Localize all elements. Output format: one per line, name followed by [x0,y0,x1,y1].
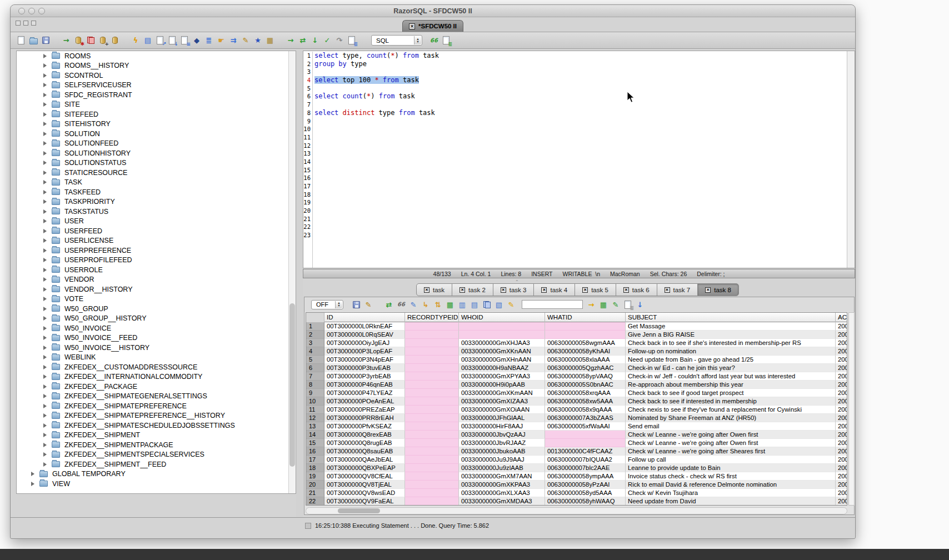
grid-header-whoid[interactable]: WHOID [459,313,545,322]
grid-cell[interactable]: Follow-up on nomination [626,347,836,356]
grid-header-id[interactable]: ID [324,313,405,322]
row-number-cell[interactable]: 7 [306,372,324,381]
grid-cell[interactable]: 0033000000GmXHJAA3 [459,339,545,347]
table-row[interactable]: 500T3000000P3N4pEAF0033000000GmXHnAAN006… [306,356,847,364]
result-tab-task-6[interactable]: ✕task 6 [616,283,657,296]
grid-cell[interactable]: 00T3000000QV8CfEAL [324,472,405,481]
grid-cell[interactable]: 006300000058yKhAAI [545,347,626,356]
grid-cell[interactable]: Check back to see if interested in membe… [626,397,836,406]
result-tab-task-8[interactable]: ✕task 8 [697,283,739,296]
grid-cell[interactable]: 006300000058ympAAA [545,472,626,481]
close-tab-icon[interactable]: ✕ [623,287,629,293]
tree-item-zkfedex__package[interactable]: ZKFEDEX__PACKAGE [17,382,296,392]
execute-lightning-icon[interactable]: ϟ [131,36,141,46]
grid-cell[interactable]: Check w/ Kevin Tsujihara [626,489,836,497]
expand-icon[interactable] [43,112,47,117]
table-row[interactable]: 1200T3000000PRR8rEAH0033000000JFhGlAAL00… [306,414,847,422]
grid-cell[interactable]: 00T3000000L0RknEAF [324,322,405,331]
tree-item-w50_group[interactable]: W50_GROUP [17,304,296,314]
edit-cell-icon[interactable]: ✎ [408,299,418,309]
grid-cell[interactable]: 006300000058xw5AAA [545,397,626,406]
row-number-cell[interactable]: 4 [306,347,324,356]
tree-item-zkfedex__customaddresssource[interactable]: ZKFEDEX__CUSTOMADDRESSSOURCE [17,362,296,372]
expand-icon[interactable] [43,452,47,457]
grid-cell[interactable] [405,339,459,347]
new-file-icon[interactable] [16,36,26,46]
grid-cell[interactable]: 0033000000JbvQzAAJ [459,431,545,439]
grid-cell[interactable] [545,439,626,447]
grid-cell[interactable]: 0033000000GmXOiAAN [459,406,545,414]
grid-cell[interactable]: 200 [836,447,847,456]
add-connection-icon[interactable]: + [98,36,108,46]
grid-cell[interactable]: 00T3000000QBXPeEAP [324,464,405,472]
expand-icon[interactable] [43,141,47,146]
tree-item-vendor__history[interactable]: VENDOR__HISTORY [17,284,296,294]
save-icon[interactable] [41,36,51,46]
grid-cell[interactable]: 00T3000000P3N4pEAF [324,356,405,364]
table-row[interactable]: 1700T3000000QAeJbEAL0033000000Ju9J9AAJ00… [306,456,847,464]
expand-icon[interactable] [43,190,47,194]
row-number-cell[interactable]: 6 [306,364,324,372]
tree-item-sitehistory[interactable]: SITEHISTORY [17,119,296,129]
expand-icon[interactable] [43,307,47,311]
table-row[interactable]: 1100T3000000PREZaEAP0033000000GmXOiAAN00… [306,406,847,414]
grid-cell[interactable]: 0013000000C4fFCAAZ [545,447,626,456]
grid-cell[interactable]: 200 [836,456,847,464]
grid-cell[interactable]: 0033000000GmXPYAA3 [459,372,545,381]
grid-cell[interactable]: 006300000058yPzAAI [545,481,626,489]
format-sql-icon[interactable]: ✎ [241,36,251,46]
tree-item-user[interactable]: USER [17,217,296,227]
row-number-cell[interactable]: 16 [306,447,324,456]
table-row[interactable]: 700T3000000P3yrbEAB0033000000GmXPYAA3006… [306,372,847,381]
tree-item-w50_invoice[interactable]: W50_INVOICE [17,323,296,333]
grid-cell[interactable] [405,497,459,506]
grid-cell[interactable] [405,431,459,439]
grid-cell[interactable]: Check w/ Leanne - we're going after Shea… [626,447,836,456]
grid-cell[interactable]: Give Jenn a BIG RAISE [626,331,836,339]
tree-item-zkfedex__shipmentspecialservices[interactable]: ZKFEDEX__SHIPMENTSPECIALSERVICES [17,450,296,460]
grid-cell[interactable] [405,464,459,472]
grid-cell[interactable] [459,322,545,331]
grid-cell[interactable]: 00T3000000P3tuvEAB [324,364,405,372]
expand-icon[interactable] [43,433,47,437]
table-row[interactable]: 300T3000000OiyJgEAJ0033000000GmXHJAA3006… [306,339,847,347]
tree-item-zkfedex__internationalcommodity[interactable]: ZKFEDEX__INTERNATIONALCOMMODITY [17,372,296,382]
grid-cell[interactable] [459,331,545,339]
result-tab-task-3[interactable]: ✕task 3 [493,283,535,296]
expand-icon[interactable] [43,277,47,282]
open-file-icon[interactable] [28,36,38,46]
tree-item-solution[interactable]: SOLUTION [17,129,296,139]
grid-cell[interactable]: 006300000058xlaAAA [545,356,626,364]
results-list-icon[interactable]: ▤ [143,36,153,46]
expand-icon[interactable] [43,268,47,272]
export-data-icon[interactable]: ↗ [155,36,165,46]
row-number-cell[interactable]: 3 [306,339,324,347]
grid-cell[interactable] [545,322,626,331]
edit-results-icon[interactable]: ✎ [363,299,373,309]
form-view-icon[interactable]: ▤ [469,299,480,309]
grid-cell[interactable]: 200 [836,464,847,472]
result-tab-task-2[interactable]: ✕task 2 [452,283,493,296]
grid-cell[interactable]: 00T3000000P3LopEAF [324,347,405,356]
sql-mode-select[interactable]: SQL ▲▼ [371,35,422,46]
table-row[interactable]: 2200T3000000QV9FaEAL0033000000GmXMDAA300… [306,497,847,506]
grid-cell[interactable] [405,322,459,331]
tree-item-zkfedex__shipmategeneralsettings[interactable]: ZKFEDEX__SHIPMATEGENERALSETTINGS [17,392,296,402]
tree-item-sfdc_registrant[interactable]: SFDC_REGISTRANT [17,90,296,100]
grid-cell[interactable]: 0033000000H9aNBAAZ [459,364,545,372]
grid-cell[interactable]: 006300000058wgmAAA [545,339,626,347]
tree-item-scontrol[interactable]: SCONTROL [17,71,296,81]
view-query-icon[interactable]: 66 [396,299,406,309]
tree-item-userrole[interactable]: USERROLE [17,265,296,275]
grid-cell[interactable]: 200 [836,322,847,331]
tree-item-userprofilefeed[interactable]: USERPROFILEFEED [17,256,296,266]
grid-cell[interactable] [405,422,459,431]
tree-item-sitefeed[interactable]: SITEFEED [17,109,296,119]
grid-cell[interactable]: 00T3000000P46qnEAB [324,381,405,389]
grid-cell[interactable] [405,397,459,406]
max-rows-select[interactable]: OFF ▲▼ [311,300,343,309]
expand-icon[interactable] [43,248,47,253]
row-number-cell[interactable]: 12 [306,414,324,422]
tree-item-rooms__history[interactable]: ROOMS__HISTORY [17,61,296,71]
expand-icon[interactable] [31,482,34,486]
